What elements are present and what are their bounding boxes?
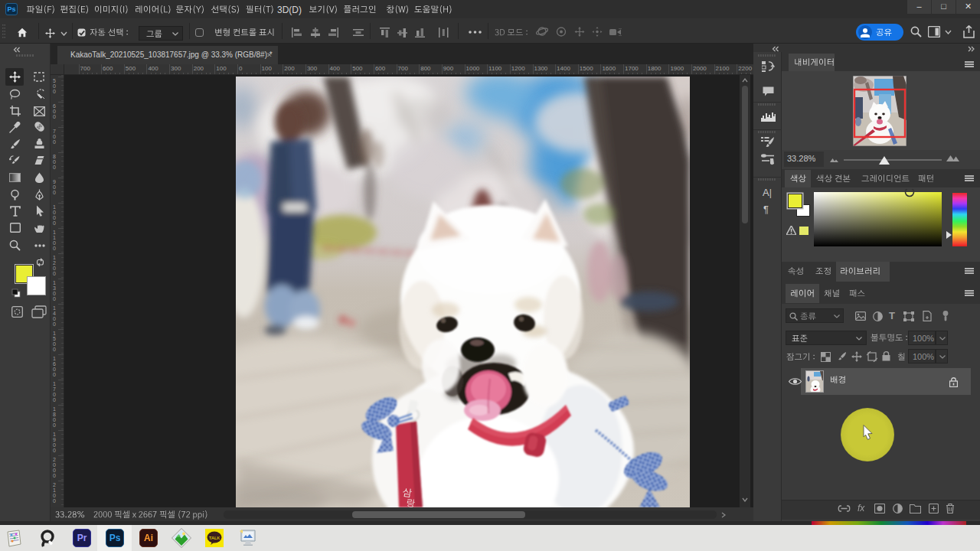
svg-text:TALK: TALK: [209, 536, 220, 540]
